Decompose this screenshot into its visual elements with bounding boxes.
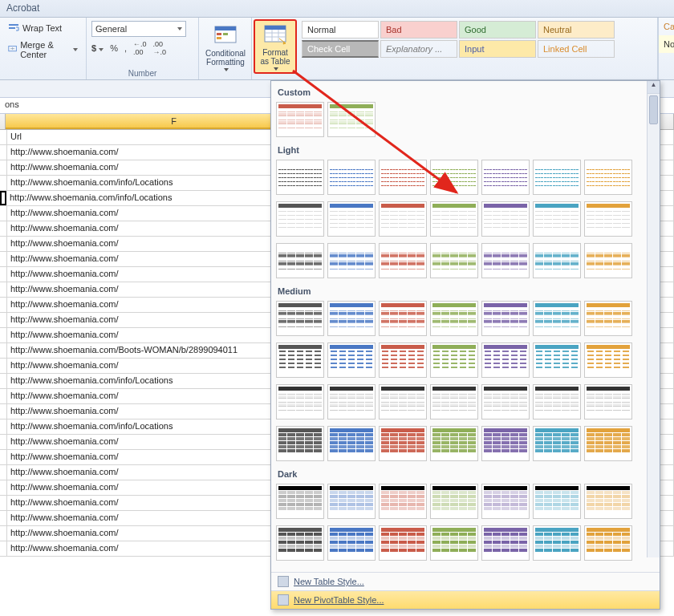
table-style-thumb[interactable] bbox=[327, 102, 376, 137]
table-style-thumb[interactable] bbox=[430, 201, 478, 237]
table-style-thumb[interactable] bbox=[533, 342, 581, 378]
table-style-thumb[interactable] bbox=[430, 525, 478, 561]
table-style-thumb[interactable] bbox=[584, 243, 632, 278]
increase-decimal-button[interactable]: ←.0.00 bbox=[133, 40, 147, 56]
table-style-thumb[interactable] bbox=[481, 201, 530, 237]
table-style-thumb[interactable] bbox=[379, 160, 427, 195]
popup-scrollbar[interactable]: ▲ bbox=[647, 81, 660, 557]
table-style-thumb[interactable] bbox=[533, 201, 581, 237]
table-style-thumb[interactable] bbox=[327, 484, 376, 519]
table-style-thumb[interactable] bbox=[584, 160, 632, 195]
style-bad[interactable]: Bad bbox=[380, 21, 457, 38]
table-style-thumb[interactable] bbox=[481, 426, 530, 461]
style-good[interactable]: Good bbox=[459, 21, 536, 38]
comma-button[interactable]: , bbox=[124, 43, 127, 53]
table-style-thumb[interactable] bbox=[430, 243, 478, 278]
table-style-thumb[interactable] bbox=[379, 243, 427, 278]
table-style-thumb[interactable] bbox=[327, 342, 376, 378]
svg-rect-6 bbox=[223, 33, 228, 35]
style-explanatory[interactable]: Explanatory ... bbox=[380, 40, 457, 58]
format-as-table-dropdown: CustomLightMediumDark New Table Style...… bbox=[270, 80, 660, 610]
table-style-thumb[interactable] bbox=[327, 201, 376, 237]
currency-button[interactable]: $ bbox=[91, 43, 104, 53]
conditional-formatting-button[interactable]: Conditional Formatting bbox=[204, 21, 247, 74]
number-format-combo[interactable]: General bbox=[91, 21, 186, 37]
table-style-thumb[interactable] bbox=[276, 201, 324, 237]
table-style-thumb[interactable] bbox=[276, 243, 324, 278]
format-as-table-button[interactable]: Format as Table bbox=[254, 19, 297, 74]
table-style-thumb[interactable] bbox=[533, 426, 581, 461]
table-style-thumb[interactable] bbox=[584, 426, 632, 461]
table-style-thumb[interactable] bbox=[533, 384, 581, 419]
style-check-cell[interactable]: Check Cell bbox=[302, 40, 379, 58]
table-style-thumb[interactable] bbox=[379, 342, 427, 378]
percent-button[interactable]: % bbox=[110, 43, 118, 53]
new-pivottable-style-item[interactable]: New PivotTable Style... bbox=[271, 590, 660, 609]
table-style-thumb[interactable] bbox=[276, 102, 324, 137]
table-style-thumb[interactable] bbox=[533, 243, 581, 278]
decrease-decimal-button[interactable]: .00→.0 bbox=[153, 40, 167, 56]
table-style-thumb[interactable] bbox=[481, 384, 530, 419]
table-style-thumb[interactable] bbox=[379, 201, 427, 237]
table-style-thumb[interactable] bbox=[481, 301, 530, 336]
table-style-thumb[interactable] bbox=[481, 160, 530, 195]
table-style-thumb[interactable] bbox=[276, 484, 324, 519]
table-style-thumb[interactable] bbox=[379, 426, 427, 461]
table-style-thumb[interactable] bbox=[481, 484, 530, 519]
table-style-thumb[interactable] bbox=[276, 160, 324, 195]
table-style-thumb[interactable] bbox=[584, 484, 632, 519]
table-style-thumb[interactable] bbox=[584, 301, 632, 336]
table-style-thumb[interactable] bbox=[327, 426, 376, 461]
chevron-down-icon bbox=[177, 27, 182, 30]
conditional-formatting-label: Conditional Formatting bbox=[205, 49, 246, 67]
table-style-thumb[interactable] bbox=[276, 525, 324, 561]
table-style-thumb[interactable] bbox=[533, 525, 581, 561]
table-style-thumb[interactable] bbox=[430, 426, 478, 461]
table-style-thumb[interactable] bbox=[379, 484, 427, 519]
style-neutral[interactable]: Neutral bbox=[538, 21, 615, 38]
table-style-thumb[interactable] bbox=[430, 301, 478, 336]
table-style-thumb[interactable] bbox=[430, 484, 478, 519]
table-style-thumb[interactable] bbox=[276, 342, 324, 378]
style-calc[interactable]: Calc bbox=[659, 18, 674, 35]
table-style-thumb[interactable] bbox=[584, 525, 632, 561]
wrap-text-button[interactable]: Wrap Text bbox=[5, 21, 81, 35]
style-note[interactable]: Not bbox=[659, 35, 674, 53]
section-header: Light bbox=[276, 142, 655, 158]
merge-center-button[interactable]: Merge & Center bbox=[5, 38, 81, 61]
table-style-thumb[interactable] bbox=[327, 160, 376, 195]
table-style-thumb[interactable] bbox=[533, 160, 581, 195]
table-style-thumb[interactable] bbox=[481, 342, 530, 378]
table-style-thumb[interactable] bbox=[379, 301, 427, 336]
table-style-thumb[interactable] bbox=[327, 243, 376, 278]
table-style-thumb[interactable] bbox=[584, 201, 632, 237]
scroll-up-button[interactable]: ▲ bbox=[648, 81, 660, 94]
svg-rect-0 bbox=[9, 24, 18, 26]
table-style-thumb[interactable] bbox=[430, 384, 478, 419]
table-style-thumb[interactable] bbox=[430, 342, 478, 378]
group-cond-fmt: Conditional Formatting bbox=[199, 18, 252, 79]
table-style-thumb[interactable] bbox=[276, 301, 324, 336]
table-style-thumb[interactable] bbox=[379, 525, 427, 561]
table-style-thumb[interactable] bbox=[379, 384, 427, 419]
table-style-thumb[interactable] bbox=[327, 384, 376, 419]
table-style-thumb[interactable] bbox=[584, 342, 632, 378]
format-as-table-icon bbox=[263, 22, 287, 47]
table-style-thumb[interactable] bbox=[533, 301, 581, 336]
table-style-thumb[interactable] bbox=[276, 426, 324, 461]
table-style-thumb[interactable] bbox=[430, 160, 478, 195]
scroll-thumb[interactable] bbox=[649, 95, 658, 124]
table-style-thumb[interactable] bbox=[584, 384, 632, 419]
style-input[interactable]: Input bbox=[459, 40, 536, 58]
format-as-table-label: Format as Table bbox=[260, 48, 290, 66]
style-normal[interactable]: Normal bbox=[302, 21, 379, 38]
new-table-style-item[interactable]: New Table Style... bbox=[271, 572, 660, 590]
table-style-thumb[interactable] bbox=[481, 243, 530, 278]
style-linked-cell[interactable]: Linked Cell bbox=[538, 40, 615, 58]
table-style-thumb[interactable] bbox=[276, 384, 324, 419]
table-style-thumb[interactable] bbox=[327, 301, 376, 336]
cell-styles-gallery[interactable]: Normal Bad Good Neutral Check Cell Expla… bbox=[302, 19, 631, 59]
table-style-thumb[interactable] bbox=[533, 484, 581, 519]
table-style-thumb[interactable] bbox=[481, 525, 530, 561]
table-style-thumb[interactable] bbox=[327, 525, 376, 561]
